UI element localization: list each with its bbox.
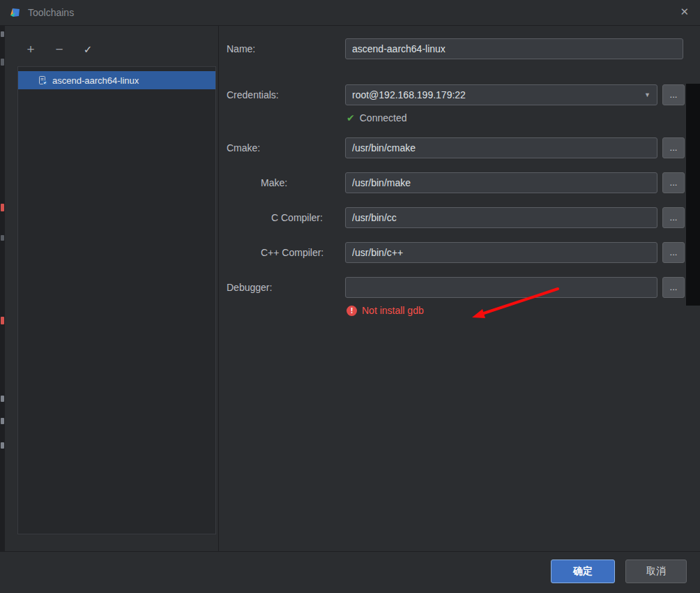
edge-artifact [1,418,4,424]
name-label: Name: [227,43,345,54]
sidebar-toolbar: + − ✓ [17,35,218,63]
edge-artifact [1,442,4,449]
c-compiler-row: C Compiler: ... [227,207,685,229]
cpp-compiler-row: C++ Compiler: ... [227,241,685,264]
add-toolchain-button[interactable]: + [24,43,37,56]
connected-text: Connected [360,112,407,123]
cmake-label: Cmake: [227,142,345,153]
debugger-row: Debugger: ... [227,276,685,299]
remove-toolchain-button[interactable]: − [53,43,66,56]
edge-artifact [1,396,4,402]
debugger-error: ! Not install gdb [347,304,424,317]
cpp-compiler-input[interactable] [345,242,657,263]
credentials-browse-button[interactable]: ... [662,84,685,105]
toolchain-list-item[interactable]: ascend-aarch64-linux [18,71,215,89]
error-icon: ! [347,306,357,316]
toolchains-sidebar: + − ✓ ascend-aarch64-linux [17,35,218,534]
credentials-row: Credentials: root@192.168.199.179:22 ▼ .… [227,84,685,106]
toolchain-list: ascend-aarch64-linux [17,66,216,534]
toolchain-icon [38,76,47,85]
cpp-compiler-label: C++ Compiler: [227,247,345,258]
cancel-button[interactable]: 取消 [625,560,687,583]
cmake-row: Cmake: ... [227,137,685,159]
cmake-input[interactable] [345,137,657,158]
set-default-check-button[interactable]: ✓ [82,44,94,54]
cmake-browse-button[interactable]: ... [662,137,685,158]
background-window-edge [0,26,5,593]
cpp-compiler-browse-button[interactable]: ... [662,242,685,263]
name-row: Name: [227,38,683,60]
edge-artifact [1,59,4,66]
make-input[interactable] [345,172,657,193]
window-title: Toolchains [28,7,74,18]
debugger-label: Debugger: [227,282,345,293]
make-browse-button[interactable]: ... [662,172,685,193]
credentials-select[interactable]: root@192.168.199.179:22 ▼ [345,84,657,105]
connected-check-icon: ✔ [347,113,355,123]
c-compiler-label: C Compiler: [227,212,345,223]
name-input[interactable] [345,38,683,59]
make-label: Make: [227,177,345,188]
c-compiler-input[interactable] [345,207,657,228]
ok-button[interactable]: 确定 [551,560,615,583]
edge-artifact [1,235,4,241]
edge-artifact [1,317,4,324]
debugger-browse-button[interactable]: ... [662,277,685,298]
credentials-label: Credentials: [227,89,345,100]
dialog-footer: 确定 取消 [0,551,700,593]
credentials-value: root@192.168.199.179:22 [352,89,466,100]
debugger-error-text: Not install gdb [362,305,424,316]
edge-artifact [1,204,4,211]
chevron-down-icon[interactable]: ▼ [640,91,650,98]
debugger-input[interactable] [345,277,657,298]
edge-artifact [1,31,4,37]
connection-status: ✔ Connected [347,112,406,124]
c-compiler-browse-button[interactable]: ... [662,207,685,228]
title-bar[interactable]: Toolchains ✕ [0,0,700,26]
close-icon[interactable]: ✕ [680,6,689,17]
toolchain-name: ascend-aarch64-linux [52,75,139,86]
app-icon [10,7,21,18]
panel-divider [218,26,219,551]
shadow-strip [686,84,700,306]
make-row: Make: ... [227,172,685,194]
